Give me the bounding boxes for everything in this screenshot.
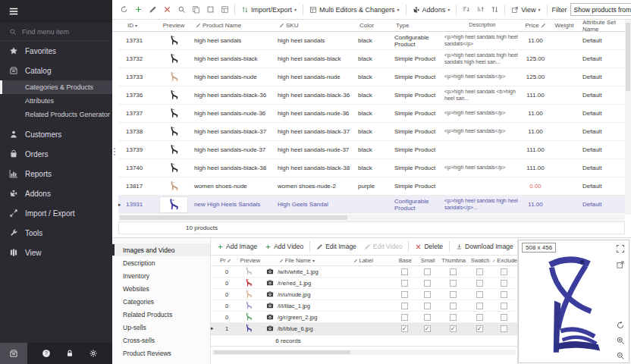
sidebar-item-catalog[interactable]: Catalog bbox=[0, 61, 112, 80]
swatch-checkbox[interactable] bbox=[476, 268, 483, 275]
base-checkbox[interactable] bbox=[401, 268, 408, 275]
hamburger-menu-icon[interactable] bbox=[8, 6, 19, 17]
horizontal-scrollbar[interactable] bbox=[212, 350, 516, 355]
import-export-menu-button[interactable]: Import/Export ▾ bbox=[238, 3, 300, 17]
edit-product-button[interactable] bbox=[146, 3, 159, 16]
product-row[interactable]: 13738high heel sandals-black-37high heel… bbox=[118, 123, 625, 141]
column-header-preview[interactable]: Preview bbox=[153, 22, 194, 29]
thumbnail-checkbox[interactable] bbox=[450, 314, 457, 321]
sidebar-item-categories-products[interactable]: Categories & Products bbox=[0, 80, 112, 94]
product-row[interactable]: 13740high heel sandals-black-38high heel… bbox=[118, 159, 625, 177]
exclude-checkbox[interactable] bbox=[501, 314, 507, 321]
add-video-button[interactable]: Add Video bbox=[262, 243, 306, 250]
delete-image-button[interactable]: Delete bbox=[412, 243, 446, 250]
image-row[interactable]: 0/r/e/red_1.jpg bbox=[211, 278, 517, 289]
column-header-small[interactable]: Small bbox=[416, 257, 439, 264]
swatch-checkbox[interactable] bbox=[476, 303, 483, 309]
delete-product-button[interactable] bbox=[161, 3, 174, 16]
column-header-thumbnail[interactable]: Thumbna bbox=[439, 257, 468, 264]
swatch-checkbox[interactable] bbox=[476, 291, 483, 298]
addons-menu-button[interactable]: Addons ▾ bbox=[410, 3, 454, 17]
column-header-label[interactable]: Label bbox=[353, 257, 394, 264]
sidebar-item-attributes[interactable]: Attributes bbox=[0, 94, 112, 108]
product-row[interactable]: 13736high heel sandals-black-36high heel… bbox=[118, 86, 625, 105]
product-row[interactable]: 13731high heel sandalshigh heel sandalsb… bbox=[118, 32, 625, 50]
thumbnail-checkbox[interactable] bbox=[450, 280, 457, 287]
tab-related-products[interactable]: Related Products bbox=[112, 308, 210, 321]
swatch-checkbox[interactable]: ✓ bbox=[476, 325, 483, 332]
sidebar-item-tools[interactable]: Tools bbox=[0, 223, 112, 243]
product-row[interactable]: 13732high heel sandals-blackhigh heel sa… bbox=[118, 50, 625, 68]
zoom-in-button[interactable] bbox=[616, 336, 625, 345]
thumbnail-checkbox[interactable] bbox=[450, 291, 457, 298]
tab-categories[interactable]: Categories bbox=[112, 295, 210, 308]
column-header-attribute-set[interactable]: Attribute Set Name bbox=[578, 19, 625, 33]
lock-button[interactable] bbox=[65, 349, 74, 358]
column-header-description[interactable]: Description bbox=[444, 22, 520, 29]
column-header-file-name[interactable]: File Name▾ bbox=[279, 257, 353, 264]
column-header-weight[interactable]: Weight bbox=[551, 22, 578, 29]
product-row[interactable]: 13737high heel sandals-nude-36high heel … bbox=[118, 105, 625, 123]
sidebar-item-favorites[interactable]: Favorites bbox=[0, 41, 112, 61]
select-button[interactable] bbox=[204, 3, 217, 16]
download-image-button[interactable]: Download Image bbox=[453, 243, 516, 250]
image-row[interactable]: ▸1/b/l/blue_6.jpg✓✓✓✓ bbox=[211, 323, 517, 334]
product-row[interactable]: ▸13931new High Heels SandalsHigh Geels S… bbox=[118, 196, 625, 214]
swatch-checkbox[interactable] bbox=[476, 314, 483, 321]
thumbnail-checkbox[interactable] bbox=[450, 268, 457, 275]
swap-order-button[interactable] bbox=[488, 3, 501, 16]
column-header-exclude[interactable]: Exclude bbox=[492, 257, 517, 264]
small-checkbox[interactable] bbox=[424, 314, 431, 321]
exclude-checkbox[interactable] bbox=[501, 325, 507, 332]
zoom-out-button[interactable] bbox=[616, 351, 625, 360]
column-header-swatch[interactable]: Swatch bbox=[468, 257, 492, 264]
copy-button[interactable] bbox=[190, 3, 202, 16]
add-product-button[interactable] bbox=[132, 3, 145, 16]
sidebar-item-import-export[interactable]: Import / Export bbox=[0, 203, 112, 223]
small-checkbox[interactable] bbox=[424, 268, 431, 275]
sidebar-item-view[interactable]: View bbox=[0, 243, 112, 262]
open-external-button[interactable] bbox=[616, 260, 625, 269]
multi-editors-menu-button[interactable]: Multi Editors & Changers ▾ bbox=[306, 3, 403, 17]
duplicate-button[interactable] bbox=[218, 3, 231, 16]
image-row[interactable]: 0/w/h/white_1.jpg bbox=[211, 266, 517, 278]
column-header-id[interactable]: ID▾ bbox=[126, 22, 153, 29]
refresh-button[interactable] bbox=[118, 3, 130, 16]
sidebar-item-orders[interactable]: Orders bbox=[0, 144, 112, 164]
image-row[interactable]: 0/g/r/green_2.jpg bbox=[211, 312, 517, 323]
swatch-checkbox[interactable] bbox=[476, 280, 483, 287]
column-header-pr[interactable]: Pr bbox=[220, 257, 237, 264]
thumbnail-checkbox[interactable]: ✓ bbox=[450, 325, 457, 332]
column-header-sku[interactable]: SKU bbox=[278, 22, 358, 29]
column-header-base[interactable]: Base bbox=[394, 257, 416, 264]
expand-preview-button[interactable] bbox=[616, 244, 625, 253]
small-checkbox[interactable] bbox=[424, 280, 431, 287]
rotate-image-button[interactable] bbox=[616, 321, 625, 330]
settings-gear-button[interactable] bbox=[89, 349, 98, 358]
tab-product-reviews[interactable]: Product Reviews bbox=[112, 347, 210, 359]
column-header-preview[interactable]: Preview bbox=[237, 257, 264, 264]
image-row[interactable]: 0/l/i/lilac_1.jpg bbox=[211, 300, 517, 312]
vertical-scrollbar[interactable] bbox=[625, 20, 631, 215]
sort-ascending-button[interactable] bbox=[474, 3, 487, 16]
sidebar-item-customers[interactable]: Customers bbox=[0, 124, 112, 144]
add-image-button[interactable]: Add Image bbox=[214, 243, 260, 250]
horizontal-scrollbar[interactable] bbox=[118, 215, 625, 221]
small-checkbox[interactable] bbox=[424, 291, 431, 298]
exclude-checkbox[interactable] bbox=[501, 291, 507, 298]
clear-sorting-button[interactable] bbox=[460, 3, 472, 16]
base-checkbox[interactable]: ✓ bbox=[401, 325, 408, 332]
product-row[interactable]: 13733high heel sandals-nudehigh heel san… bbox=[118, 68, 625, 86]
product-row[interactable]: 13739high heel sandals-nude-37high heel … bbox=[118, 141, 625, 159]
column-header-color[interactable]: Color bbox=[358, 22, 394, 29]
sidebar-item-related-products-generator[interactable]: Related Products Generator bbox=[0, 108, 112, 121]
column-header-product-name[interactable]: Product Name bbox=[194, 22, 278, 29]
base-checkbox[interactable] bbox=[401, 303, 408, 309]
tab-up-sells[interactable]: Up-sells bbox=[112, 321, 210, 334]
small-checkbox[interactable]: ✓ bbox=[424, 325, 431, 332]
help-button[interactable] bbox=[42, 349, 51, 358]
sidebar-menu-search[interactable]: Find menu item bbox=[0, 23, 112, 41]
tab-websites[interactable]: Websites bbox=[112, 282, 210, 295]
exclude-checkbox[interactable] bbox=[501, 268, 507, 275]
thumbnail-checkbox[interactable] bbox=[450, 303, 457, 309]
